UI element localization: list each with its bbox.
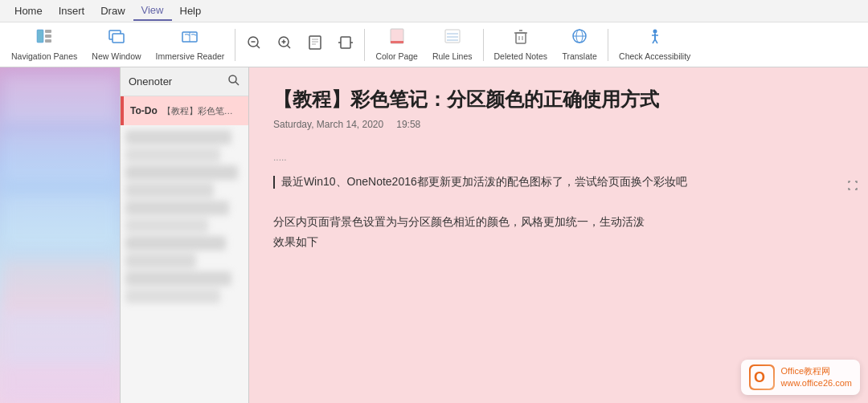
navigation-panes-button[interactable]: Navigation Panes	[5, 25, 84, 65]
menu-home[interactable]: Home	[6, 2, 51, 20]
deleted-notes-icon	[512, 27, 530, 49]
navigation-panes-label: Navigation Panes	[11, 51, 77, 62]
immersive-reader-button[interactable]: Immersive Reader	[149, 25, 231, 65]
section-tab-todo[interactable]: To-Do 【教程】彩色笔记: 分区颜...	[121, 96, 248, 125]
text-cursor	[273, 176, 275, 189]
rule-lines-button[interactable]: Rule Lines	[426, 25, 479, 65]
note-body: ..... 最近Win10、OneNote2016都更新更加活泼的配色图标了，尝…	[273, 149, 844, 252]
note-title: 【教程】彩色笔记：分区颜色的正确使用方式	[273, 87, 844, 112]
zoom-out-button[interactable]	[240, 25, 268, 65]
watermark-logo: O	[749, 364, 775, 390]
svg-line-42	[235, 82, 239, 85]
section-panel-title: Onenoter	[129, 75, 172, 88]
sidebar	[0, 67, 121, 403]
sidebar-background	[0, 67, 120, 403]
svg-rect-28	[516, 33, 526, 43]
svg-rect-3	[45, 39, 51, 43]
new-window-icon	[108, 27, 125, 49]
immersive-reader-label: Immersive Reader	[156, 51, 225, 62]
toolbar-separator-1	[235, 29, 235, 61]
svg-text:O: O	[754, 369, 765, 385]
note-paragraph-2: 分区内页面背景色设置为与分区颜色相近的颜色，风格更加统一，生动活泼	[273, 212, 844, 232]
svg-rect-0	[37, 30, 43, 43]
rule-lines-label: Rule Lines	[432, 51, 473, 62]
section-panel-header: Onenoter	[121, 67, 248, 96]
watermark: O Office教程网 www.office26.com	[741, 360, 860, 395]
translate-button[interactable]: Translate	[555, 25, 604, 65]
section-tab-label: To-Do	[130, 105, 158, 116]
page-size-icon	[307, 35, 323, 55]
svg-line-14	[288, 46, 291, 49]
svg-rect-23	[391, 41, 403, 43]
svg-point-41	[229, 75, 236, 83]
svg-rect-1	[45, 30, 51, 33]
page-color-button[interactable]: Color Page	[369, 25, 424, 65]
page-list-blurred	[121, 125, 248, 308]
zoom-in-icon	[276, 35, 293, 55]
section-tab-note: 【教程】彩色笔记: 分区颜...	[162, 105, 235, 117]
toolbar-separator-2	[364, 29, 365, 61]
svg-rect-5	[113, 34, 124, 43]
page-width-button[interactable]	[331, 25, 360, 65]
page-list	[121, 125, 248, 403]
page-color-icon	[388, 27, 406, 49]
check-accessibility-label: Check Accessibility	[619, 51, 690, 62]
menu-insert[interactable]: Insert	[51, 2, 93, 20]
translate-icon	[571, 27, 588, 49]
watermark-line2: www.office26.com	[781, 377, 852, 389]
svg-rect-19	[341, 37, 350, 48]
toolbar-separator-4	[608, 29, 608, 61]
expand-icon[interactable]	[847, 180, 858, 193]
navigation-panes-icon	[35, 27, 53, 49]
note-date: Saturday, March 14, 2020	[273, 119, 383, 130]
note-time: 19:58	[396, 119, 420, 130]
zoom-in-button[interactable]	[270, 25, 299, 65]
note-meta: Saturday, March 14, 2020 19:58	[273, 119, 844, 130]
note-dots: .....	[273, 149, 844, 167]
watermark-line1: Office教程网	[781, 365, 852, 377]
zoom-out-icon	[246, 35, 262, 55]
menu-draw[interactable]: Draw	[92, 2, 133, 20]
rule-lines-icon	[444, 27, 461, 49]
note-paragraph-3: 效果如下	[273, 232, 844, 252]
page-width-icon	[338, 35, 354, 55]
menu-bar: Home Insert Draw View Help	[0, 0, 868, 22]
svg-line-10	[257, 46, 260, 49]
svg-point-36	[653, 30, 657, 34]
translate-label: Translate	[562, 51, 596, 62]
page-color-label: Color Page	[375, 51, 418, 62]
main-area: Onenoter To-Do 【教程】彩色笔记: 分区颜...	[0, 67, 868, 403]
new-window-button[interactable]: New Window	[85, 25, 147, 65]
menu-view[interactable]: View	[133, 1, 172, 21]
svg-line-39	[653, 39, 655, 43]
immersive-reader-icon	[181, 27, 199, 49]
svg-rect-2	[45, 35, 51, 38]
page-size-button[interactable]	[301, 25, 330, 65]
note-area[interactable]: 【教程】彩色笔记：分区颜色的正确使用方式 Saturday, March 14,…	[249, 67, 868, 403]
deleted-notes-label: Deleted Notes	[494, 51, 548, 62]
section-panel: Onenoter To-Do 【教程】彩色笔记: 分区颜...	[121, 67, 249, 403]
svg-rect-15	[309, 36, 321, 49]
svg-rect-24	[445, 30, 460, 43]
toolbar: Navigation Panes New Window Immersive Re…	[0, 22, 868, 67]
note-paragraph-1: 最近Win10、OneNote2016都更新更加活泼的配色图标了，尝试给页面换个…	[273, 172, 844, 192]
deleted-notes-button[interactable]: Deleted Notes	[488, 25, 555, 65]
new-window-label: New Window	[92, 51, 141, 62]
svg-line-40	[655, 39, 657, 43]
check-accessibility-button[interactable]: Check Accessibility	[612, 25, 697, 65]
menu-help[interactable]: Help	[172, 2, 210, 20]
watermark-text: Office教程网 www.office26.com	[781, 365, 852, 390]
toolbar-separator-3	[483, 29, 484, 61]
check-accessibility-icon	[646, 27, 664, 49]
search-button[interactable]	[227, 74, 240, 89]
